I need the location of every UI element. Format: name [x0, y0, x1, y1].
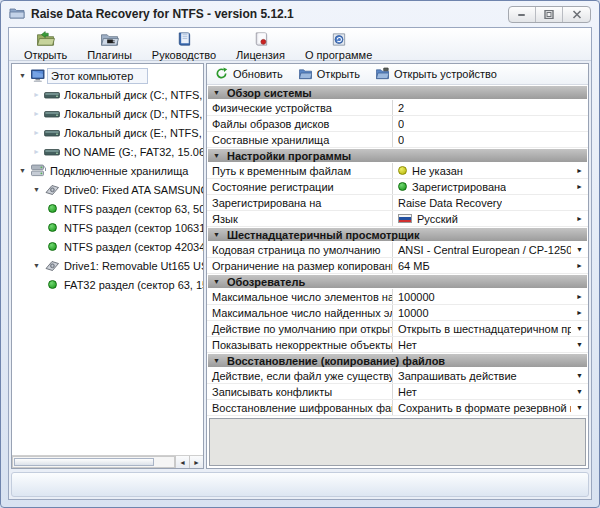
property-row-registration-state[interactable]: Состояние регистрации Зарегистрирована ►	[207, 179, 588, 195]
section-header-hex-viewer[interactable]: ▼ Шестнадцатеричный просмотрщик	[208, 228, 587, 241]
tree-item-drive0[interactable]: ▼ Drive0: Fixed ATA SAMSUNG HD321KJ	[12, 180, 203, 199]
chevron-down-icon[interactable]: ▼	[16, 66, 29, 85]
chevron-down-icon: ▼	[213, 278, 220, 285]
disk-drive-icon	[43, 108, 61, 120]
hard-disk-icon	[43, 259, 61, 272]
computer-icon	[29, 68, 47, 83]
chevron-right-icon[interactable]: ►	[30, 85, 43, 104]
property-row-copy-size-limit[interactable]: Ограничение на размер копирования 64 МБ …	[207, 258, 588, 274]
scrollbar-track[interactable]	[12, 456, 175, 468]
chevron-down-icon[interactable]: ▼	[576, 325, 583, 332]
properties-panel: Обновить Открыть Открыть устройство ▼	[206, 63, 589, 469]
tree-item-ntfs-partition-1[interactable]: NTFS раздел (сектор 63, 50.69ГБ)	[12, 199, 203, 218]
property-row-registered-to[interactable]: Зарегистрирована на Raise Data Recovery	[207, 195, 588, 211]
property-row-compound-storages[interactable]: Составные хранилища 0	[207, 132, 588, 148]
property-row-show-invalid-objects[interactable]: Показывать некорректные объекты Нет ▼	[207, 337, 588, 353]
tree-item-drive1[interactable]: ▼ Drive1: Removable Ut165 USB USB2FlashS…	[12, 256, 203, 275]
status-green-icon	[398, 182, 407, 191]
tree-item-fat32-partition[interactable]: FAT32 раздел (сектор 63, 15.06ГБ)	[12, 275, 203, 294]
property-label: Зарегистрирована на	[207, 195, 393, 210]
chevron-down-icon[interactable]: ▼	[30, 180, 43, 199]
property-value: Нет ▼	[393, 384, 588, 399]
scroll-right-button[interactable]: ►	[189, 456, 203, 468]
property-row-temp-files-path[interactable]: Путь к временным файлам Не указан ►	[207, 163, 588, 179]
client-area: Открыть Плагины Руководство Лицензия О п…	[8, 27, 592, 500]
section-header-file-recovery[interactable]: ▼ Восстановление (копирование) файлов	[208, 354, 587, 367]
chevron-down-icon: ▼	[213, 231, 220, 238]
open-button-label: Открыть	[24, 50, 67, 61]
chevron-down-icon[interactable]: ▼	[576, 246, 583, 253]
manual-button[interactable]: Руководство	[145, 29, 223, 60]
tree-item-ntfs-partition-2[interactable]: NTFS раздел (сектор 106318233, 149.73ГБ)	[12, 218, 203, 237]
chevron-down-icon[interactable]: ▼	[30, 256, 43, 275]
tree-item-ntfs-partition-3[interactable]: NTFS раздел (сектор 420340788, 97.65ГБ)	[12, 237, 203, 256]
section-header-explorer[interactable]: ▼ Обозреватель	[208, 275, 587, 288]
scrollbar-thumb[interactable]	[14, 458, 154, 466]
chevron-right-icon[interactable]: ►	[30, 104, 43, 123]
property-value: Открыть в шестнадцатеричном просмотрщике…	[393, 321, 588, 336]
tree-item-label: Этот компьютер	[47, 68, 148, 84]
section-title: Восстановление (копирование) файлов	[227, 355, 445, 367]
refresh-button[interactable]: Обновить	[215, 67, 283, 82]
property-value: Нет ▼	[393, 337, 588, 352]
manual-button-label: Руководство	[152, 50, 216, 61]
chevron-right-icon[interactable]: ►	[576, 293, 583, 300]
property-row-max-items-per-page[interactable]: Максимальное число элементов на странице…	[207, 289, 588, 305]
chevron-down-icon[interactable]: ▼	[576, 404, 583, 411]
panel-open-button[interactable]: Открыть	[299, 67, 360, 82]
property-value: 0	[393, 116, 588, 131]
license-button[interactable]: Лицензия	[229, 29, 292, 60]
property-label: Действие по умолчанию при открытии файла	[207, 321, 393, 336]
close-button[interactable]	[563, 7, 590, 22]
tree-item-connected-storages[interactable]: ▼ Подключенные хранилища	[12, 161, 203, 180]
window-controls	[508, 6, 591, 23]
tree-item-label: NO NAME (G:, FAT32, 15.06ГБ)	[61, 146, 203, 158]
section-header-program-settings[interactable]: ▼ Настройки программы	[208, 149, 587, 162]
chevron-down-icon[interactable]: ▼	[576, 372, 583, 379]
property-label: Кодовая страница по умолчанию	[207, 242, 393, 257]
property-label: Показывать некорректные объекты	[207, 337, 393, 352]
chevron-down-icon[interactable]: ▼	[576, 388, 583, 395]
tree-item-no-name[interactable]: ► NO NAME (G:, FAT32, 15.06ГБ)	[12, 142, 203, 161]
property-label: Восстановление шифрованных файлов на NTF…	[207, 400, 393, 415]
chevron-right-icon[interactable]: ►	[30, 142, 43, 161]
property-row-physical-devices[interactable]: Физические устройства 2	[207, 100, 588, 116]
open-button[interactable]: Открыть	[17, 29, 74, 60]
plugins-button[interactable]: Плагины	[80, 29, 139, 60]
property-label: Действие, если файл уже существует	[207, 368, 393, 383]
tree-item-this-computer[interactable]: ▼ Этот компьютер	[12, 66, 203, 85]
chevron-right-icon[interactable]: ►	[576, 167, 583, 174]
property-row-file-exists-action[interactable]: Действие, если файл уже существует Запра…	[207, 368, 588, 384]
chevron-right-icon[interactable]: ►	[576, 215, 583, 222]
property-row-disk-image-files[interactable]: Файлы образов дисков 0	[207, 116, 588, 132]
minimize-button[interactable]	[509, 7, 536, 22]
about-button[interactable]: О программе	[298, 29, 379, 60]
property-row-default-codepage[interactable]: Кодовая страница по умолчанию ANSI - Cen…	[207, 242, 588, 258]
open-device-button[interactable]: Открыть устройство	[376, 67, 497, 82]
property-row-language[interactable]: Язык Русский ►	[207, 211, 588, 227]
scroll-left-button[interactable]: ◄	[175, 456, 189, 468]
maximize-button[interactable]	[536, 7, 563, 22]
chevron-down-icon[interactable]: ▼	[576, 341, 583, 348]
property-row-log-conflicts[interactable]: Записывать конфликты Нет ▼	[207, 384, 588, 400]
tree-item-disk-c[interactable]: ► Локальный диск (C:, NTFS, 50.69ГБ)	[12, 85, 203, 104]
property-value: 100000 ►	[393, 289, 588, 304]
chevron-right-icon[interactable]: ►	[30, 123, 43, 142]
property-row-default-open-action[interactable]: Действие по умолчанию при открытии файла…	[207, 321, 588, 337]
status-bar	[11, 472, 589, 497]
property-row-encrypted-files-recovery[interactable]: Восстановление шифрованных файлов на NTF…	[207, 400, 588, 416]
tree-item-disk-e[interactable]: ► Локальный диск (E:, NTFS, 97.65ГБ)	[12, 123, 203, 142]
property-row-max-found-items[interactable]: Максимальное число найденных элементов в…	[207, 305, 588, 321]
chevron-down-icon[interactable]: ▼	[16, 161, 29, 180]
tree-item-disk-d[interactable]: ► Локальный диск (D:, NTFS, 149.73ГБ)	[12, 104, 203, 123]
chevron-right-icon[interactable]: ►	[576, 183, 583, 190]
chevron-right-icon[interactable]: ►	[576, 262, 583, 269]
title-bar[interactable]: Raise Data Recovery for NTFS - version 5…	[1, 1, 599, 27]
property-label: Ограничение на размер копирования	[207, 258, 393, 273]
section-title: Шестнадцатеричный просмотрщик	[227, 229, 420, 241]
section-header-system-overview[interactable]: ▼ Обзор системы	[208, 86, 587, 99]
chevron-right-icon[interactable]: ►	[576, 309, 583, 316]
property-value: Сохранить в формате резервной копии ▼	[393, 400, 588, 415]
property-value: 0	[393, 132, 588, 147]
horizontal-scrollbar[interactable]: ◄ ►	[12, 455, 203, 468]
